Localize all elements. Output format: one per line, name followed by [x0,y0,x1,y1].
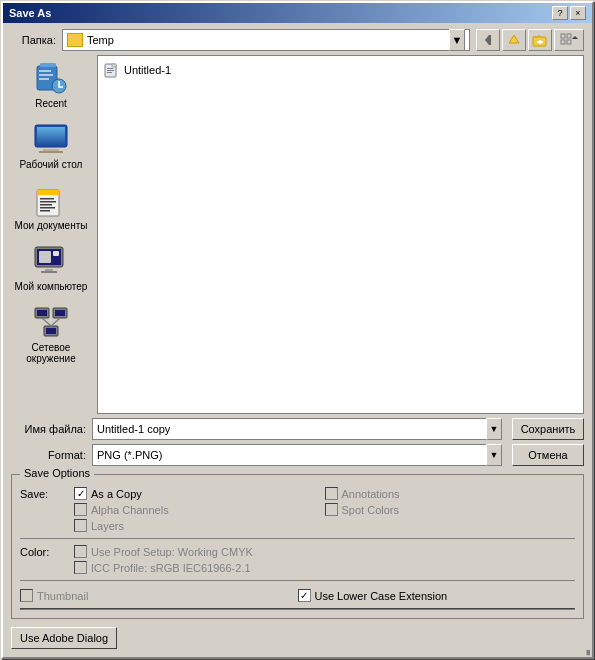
sidebar: Recent [11,55,91,414]
filename-combo[interactable]: ▼ [92,418,502,440]
sidebar-item-label-desktop: Рабочий стол [20,159,83,170]
svg-marker-0 [485,35,489,45]
svg-rect-32 [41,271,57,273]
layers-label: Layers [91,520,124,532]
file-icon [104,62,120,78]
new-folder-button[interactable] [528,29,552,51]
annotations-option: Annotations [325,487,576,500]
main-area: Recent [11,55,584,414]
layers-checkbox[interactable] [74,519,87,532]
icc-profile-label: ICC Profile: sRGB IEC61966-2.1 [91,562,251,574]
color-label: Color: [20,545,68,558]
back-button[interactable] [476,29,500,51]
close-button[interactable]: × [570,6,586,20]
svg-rect-15 [39,78,49,80]
up-button[interactable] [502,29,526,51]
title-bar: Save As ? × [3,3,592,23]
as-copy-label: As a Copy [91,488,142,500]
svg-rect-13 [39,70,51,72]
filename-input[interactable] [92,418,486,440]
as-copy-checkbox[interactable] [74,487,87,500]
save-checkboxes: As a Copy Annotations [74,487,575,532]
options-content: Save: As a Copy Annotations [20,483,575,610]
filename-dropdown-arrow[interactable]: ▼ [486,418,502,440]
save-row-3: Layers [74,519,575,532]
icc-profile-checkbox[interactable] [74,561,87,574]
lower-case-checkbox[interactable] [298,589,311,602]
file-name: Untitled-1 [124,64,171,76]
save-section: Save: As a Copy Annotations [20,487,575,532]
view-button[interactable] [554,29,584,51]
icc-profile-option: ICC Profile: sRGB IEC61966-2.1 [74,561,575,574]
network-icon [33,304,69,340]
svg-rect-40 [46,328,56,334]
text-input-box[interactable] [20,608,575,610]
format-combo[interactable]: ▼ [92,444,502,466]
format-dropdown-arrow[interactable]: ▼ [486,444,502,466]
annotations-label: Annotations [342,488,400,500]
svg-rect-9 [567,40,571,44]
format-row: Format: ▼ Отмена [11,444,584,466]
svg-rect-27 [40,207,55,209]
help-button[interactable]: ? [552,6,568,20]
save-as-dialog: Save As ? × Папка: Temp ▼ [1,1,594,659]
thumbnail-label: Thumbnail [37,590,88,602]
annotations-checkbox[interactable] [325,487,338,500]
svg-rect-38 [55,310,65,316]
sidebar-item-computer[interactable]: Мой компьютер [11,238,91,297]
folder-label: Папка: [11,34,56,46]
folder-dropdown-arrow[interactable]: ▼ [449,29,465,51]
svg-rect-46 [107,72,112,73]
svg-rect-45 [107,70,114,71]
format-input[interactable] [92,444,486,466]
sidebar-item-label-recent: Recent [35,98,67,109]
divider-2 [20,580,575,581]
thumbnail-checkbox[interactable] [20,589,33,602]
svg-rect-7 [567,34,571,38]
use-proof-setup-checkbox[interactable] [74,545,87,558]
folder-icon [67,33,83,47]
color-checkboxes: Use Proof Setup: Working CMYK ICC Profil… [74,545,575,574]
folder-name: Temp [87,34,449,46]
sidebar-item-label-computer: Мой компьютер [15,281,88,292]
sidebar-item-documents[interactable]: Мои документы [11,177,91,236]
svg-rect-28 [40,210,50,212]
svg-rect-33 [53,251,59,256]
alpha-channels-option: Alpha Channels [74,503,325,516]
svg-rect-6 [561,34,565,38]
lower-case-option: Use Lower Case Extension [298,589,576,602]
spot-colors-option: Spot Colors [325,503,576,516]
svg-rect-8 [561,40,565,44]
svg-rect-14 [39,74,53,76]
svg-rect-25 [40,201,56,203]
svg-marker-2 [509,35,519,43]
folder-dropdown[interactable]: Temp ▼ [62,29,470,51]
cancel-button[interactable]: Отмена [512,444,584,466]
documents-icon [33,182,69,218]
resize-grip[interactable]: ▗ [578,643,590,655]
bottom-row: Use Adobe Dialog [11,627,584,649]
svg-rect-23 [37,190,59,195]
save-label: Save: [20,487,68,500]
alpha-channels-checkbox[interactable] [74,503,87,516]
file-area[interactable]: Untitled-1 [97,55,584,414]
misc-row: Thumbnail Use Lower Case Extension [20,589,575,602]
use-adobe-dialog-button[interactable]: Use Adobe Dialog [11,627,117,649]
lower-case-label: Use Lower Case Extension [315,590,448,602]
as-copy-option: As a Copy [74,487,325,500]
file-item[interactable]: Untitled-1 [102,60,579,80]
svg-rect-24 [40,198,54,200]
use-proof-setup-label: Use Proof Setup: Working CMYK [91,546,253,558]
sidebar-item-recent[interactable]: Recent [11,55,91,114]
svg-rect-19 [37,127,65,145]
spot-colors-label: Spot Colors [342,504,399,516]
spot-colors-checkbox[interactable] [325,503,338,516]
sidebar-item-desktop[interactable]: Рабочий стол [11,116,91,175]
sidebar-item-network[interactable]: Сетевое окружение [11,299,91,369]
svg-line-42 [51,318,60,326]
svg-rect-34 [39,251,51,263]
sidebar-item-label-network: Сетевое окружение [14,342,88,364]
save-options-title: Save Options [20,467,94,479]
svg-rect-1 [489,35,491,45]
save-button[interactable]: Сохранить [512,418,584,440]
